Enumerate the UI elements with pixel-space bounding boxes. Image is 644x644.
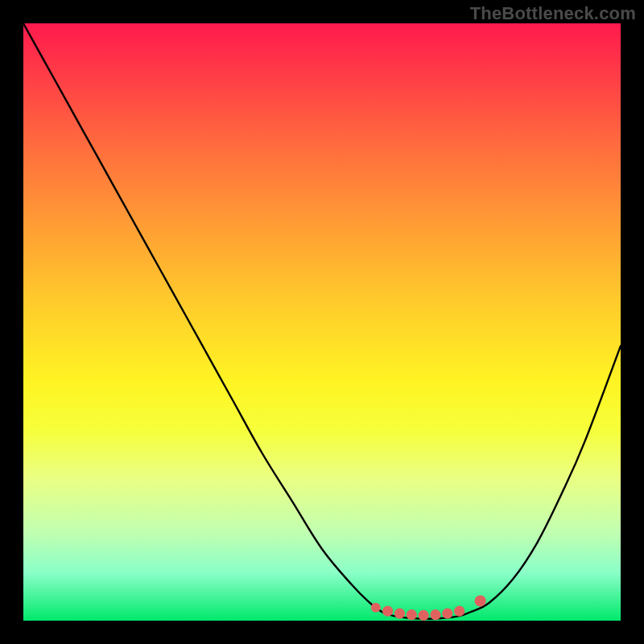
chart-stage: TheBottleneck.com (0, 0, 644, 644)
heat-gradient (23, 23, 621, 621)
plot-area (23, 23, 621, 621)
watermark-text: TheBottleneck.com (470, 3, 636, 24)
